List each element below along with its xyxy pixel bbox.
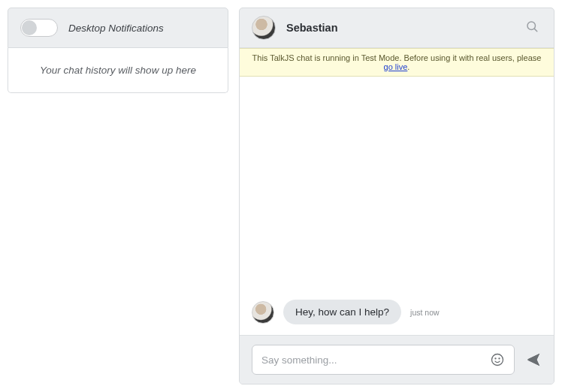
svg-line-1 [534,29,536,31]
notifications-toggle[interactable] [20,19,58,37]
emoji-icon [490,352,505,367]
svg-point-3 [495,358,496,359]
chat-header: Sebastian [240,8,554,48]
search-button[interactable] [522,17,542,39]
history-panel: Your chat history will show up here [8,48,228,93]
message-timestamp: just now [410,308,440,317]
banner-suffix: . [407,62,409,71]
sidebar: Desktop Notifications Your chat history … [8,8,228,384]
composer [240,335,554,384]
avatar [252,301,274,324]
send-button[interactable] [525,351,542,368]
svg-point-4 [499,358,500,359]
notifications-bar: Desktop Notifications [8,8,228,48]
svg-point-2 [492,354,503,366]
go-live-link[interactable]: go live [384,62,408,71]
input-wrap [252,345,515,375]
messages-area: Hey, how can I help? just now [240,77,554,335]
toggle-knob [22,20,37,35]
chat-window: Sebastian This TalkJS chat is running in… [239,8,554,384]
notifications-label: Desktop Notifications [68,23,164,34]
emoji-button[interactable] [490,352,505,367]
banner-prefix: This TalkJS chat is running in Test Mode… [252,53,542,62]
message-input[interactable] [261,354,490,366]
message-bubble: Hey, how can I help? [283,300,401,324]
send-icon [525,351,542,368]
message-row: Hey, how can I help? just now [252,300,542,324]
test-mode-banner: This TalkJS chat is running in Test Mode… [240,48,554,77]
history-empty-message: Your chat history will show up here [16,65,220,76]
chat-contact-name: Sebastian [286,22,512,34]
search-icon [525,20,539,33]
avatar [252,16,276,40]
